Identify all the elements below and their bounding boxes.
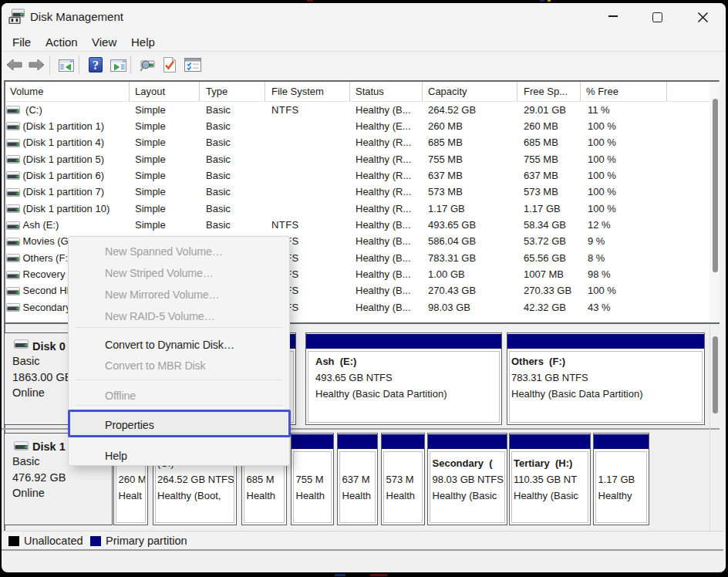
svg-text:?: ? — [93, 59, 99, 72]
